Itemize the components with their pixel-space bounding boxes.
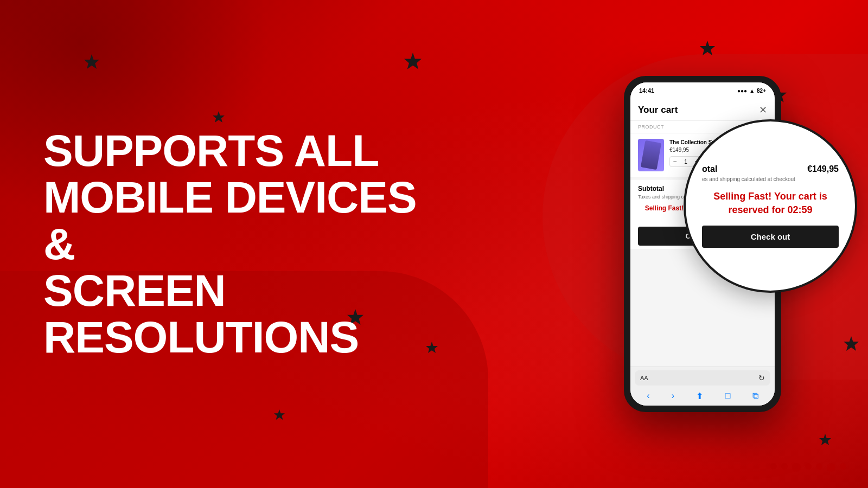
zoom-selling-fast-label: Selling Fast! Your cart is reserved for … xyxy=(702,190,839,217)
zoom-total-label: otal xyxy=(702,164,717,174)
url-text: AA xyxy=(640,375,648,381)
phone-mockup: 14:41 ●●● ▲ 82+ Your cart ✕ PRODUCT TOTA… xyxy=(624,76,781,412)
zoom-circle: otal €149,95 es and shipping calculated … xyxy=(684,119,857,293)
headline-line3: SCREEN xyxy=(43,266,226,315)
back-button[interactable]: ‹ xyxy=(647,391,649,401)
dot-7 xyxy=(840,463,846,470)
dot-3 xyxy=(792,463,801,472)
dots-container xyxy=(770,463,846,472)
cart-header: Your cart ✕ xyxy=(630,99,775,121)
star-3 xyxy=(426,342,438,354)
svg-marker-12 xyxy=(819,434,831,445)
signal-icon: ●●● xyxy=(737,88,747,94)
star-0 xyxy=(84,54,99,69)
zoom-note: es and shipping calculated at checkout xyxy=(702,176,839,182)
product-image xyxy=(638,139,664,171)
dot-4 xyxy=(805,463,812,470)
product-column-header: PRODUCT xyxy=(638,124,664,130)
headline-line4: RESOLUTIONS xyxy=(43,312,359,362)
right-content: 14:41 ●●● ▲ 82+ Your cart ✕ PRODUCT TOTA… xyxy=(624,76,781,412)
quantity-decrease-button[interactable]: − xyxy=(670,157,680,166)
star-1 xyxy=(213,111,225,123)
zoom-checkout-button[interactable]: Check out xyxy=(702,226,839,248)
status-bar: 14:41 ●●● ▲ 82+ xyxy=(630,82,775,99)
svg-marker-10 xyxy=(844,336,859,351)
forward-button[interactable]: › xyxy=(672,391,674,401)
battery-indicator: 82+ xyxy=(757,88,766,94)
status-time: 14:41 xyxy=(639,87,654,94)
dot-6 xyxy=(827,463,835,472)
close-button[interactable]: ✕ xyxy=(759,104,767,116)
cart-title: Your cart xyxy=(638,105,678,115)
bookmarks-button[interactable]: □ xyxy=(725,391,731,401)
star-5 xyxy=(404,53,422,70)
svg-marker-1 xyxy=(213,111,225,123)
star-4 xyxy=(274,409,285,420)
reload-icon[interactable]: ↻ xyxy=(758,374,765,382)
dot-5 xyxy=(816,463,822,470)
quantity-value: 1 xyxy=(680,159,692,165)
left-content: SUPPORTS ALL MOBILE DEVICES & SCREEN RES… xyxy=(43,127,423,361)
headline-line1: SUPPORTS ALL xyxy=(43,126,379,175)
tabs-button[interactable]: ⧉ xyxy=(752,391,758,401)
zoom-subtotal-row: otal €149,95 xyxy=(702,164,839,174)
zoom-total-amount: €149,95 xyxy=(807,164,839,174)
svg-marker-0 xyxy=(84,54,99,69)
browser-bar: AA ↻ ‹ › ⬆ □ ⧉ xyxy=(630,367,775,406)
main-headline: SUPPORTS ALL MOBILE DEVICES & SCREEN RES… xyxy=(43,127,423,361)
status-icons: ●●● ▲ 82+ xyxy=(737,88,766,94)
share-button[interactable]: ⬆ xyxy=(696,391,703,401)
svg-marker-5 xyxy=(404,53,422,69)
star-10 xyxy=(844,336,859,351)
headline-line2: MOBILE DEVICES & xyxy=(43,172,417,268)
svg-marker-4 xyxy=(274,409,285,420)
wifi-icon: ▲ xyxy=(749,88,755,94)
svg-marker-3 xyxy=(426,342,438,353)
star-6 xyxy=(700,41,715,56)
dot-1 xyxy=(770,463,777,470)
dot-2 xyxy=(781,463,788,470)
subtotal-label: Subtotal xyxy=(638,185,664,192)
svg-marker-6 xyxy=(700,41,715,55)
browser-nav: ‹ › ⬆ □ ⧉ xyxy=(630,388,775,406)
star-12 xyxy=(819,434,831,446)
url-bar: AA ↻ xyxy=(635,370,770,386)
product-image-inner xyxy=(641,140,661,170)
